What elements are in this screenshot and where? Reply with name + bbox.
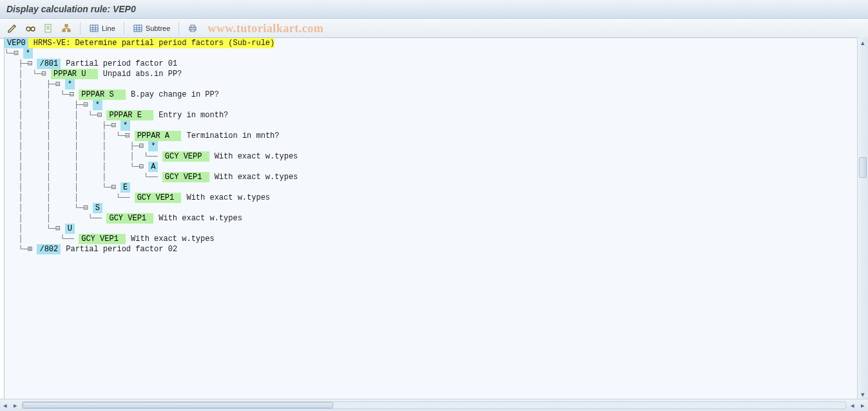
printer-icon xyxy=(188,23,198,33)
tree-row[interactable]: │ │ ├─⊟ * xyxy=(5,100,857,110)
svg-point-0 xyxy=(26,27,30,31)
scroll-left-step-icon[interactable]: ◂ xyxy=(847,401,858,410)
tree-node[interactable]: /802 xyxy=(37,244,61,254)
tree-node[interactable]: * xyxy=(65,79,75,90)
scrollbar-track[interactable] xyxy=(22,401,846,409)
tree-connector: │ │ └── xyxy=(5,213,106,224)
tree-row[interactable]: │ │ └─⊟ S xyxy=(5,203,857,213)
tree-row[interactable]: │ │ └─⊟ PPPAR S B.pay change in PP? xyxy=(5,90,857,100)
tree-node[interactable]: GCY VEP1 xyxy=(135,193,182,203)
tree-row[interactable]: │ │ │ ├─⊟ * xyxy=(5,120,857,131)
content-wrap: VEP0HRMS-VE: Determine partial period fa… xyxy=(0,37,868,399)
tree-connector: │ ├─⊟ xyxy=(5,79,65,90)
hierarchy-button[interactable] xyxy=(58,21,75,36)
subtree-button[interactable]: Subtree xyxy=(130,21,174,36)
tree-node[interactable]: GCY VEP1 xyxy=(106,213,153,224)
scroll-left-icon[interactable]: ◂ xyxy=(0,401,10,410)
tree-node[interactable]: GCY VEPP xyxy=(162,151,209,162)
tree-node[interactable]: * xyxy=(121,120,130,131)
scroll-right-icon[interactable]: ▸ xyxy=(858,401,868,410)
scroll-down-icon[interactable]: ▾ xyxy=(858,389,868,399)
tree-node[interactable]: * xyxy=(93,100,102,110)
scrollbar-track[interactable] xyxy=(858,48,868,389)
tree-row[interactable]: └─⊞ /802Partial period factor 02 xyxy=(5,244,857,254)
scroll-right-step-icon[interactable]: ▸ xyxy=(10,401,21,410)
svg-point-1 xyxy=(31,27,35,31)
vertical-scrollbar[interactable]: ▴ ▾ xyxy=(857,37,868,399)
tree-row[interactable]: │ └─⊟ U xyxy=(5,224,857,234)
tree-node[interactable]: GCY VEP1 xyxy=(162,172,209,182)
tree-row[interactable]: │ │ │ │ └── GCY VEP1 With exact w.types xyxy=(5,172,857,182)
svg-rect-4 xyxy=(63,30,65,32)
pencil-icon xyxy=(7,23,17,33)
tree-connector: │ └── xyxy=(5,234,79,244)
tree-connector: └─⊞ xyxy=(5,244,37,254)
tree-node[interactable]: * xyxy=(148,141,158,151)
scrollbar-thumb[interactable] xyxy=(23,402,333,408)
tree-connector: │ │ ├─⊟ xyxy=(5,100,93,110)
edit-button[interactable] xyxy=(4,21,21,36)
tree-connector: │ │ │ ├─⊟ xyxy=(5,120,121,131)
tree-viewport[interactable]: VEP0HRMS-VE: Determine partial period fa… xyxy=(4,37,858,399)
svg-rect-5 xyxy=(68,30,70,32)
page-title: Display calculation rule: VEP0 xyxy=(6,4,136,14)
tree-node[interactable]: A xyxy=(148,162,158,172)
glasses-button[interactable] xyxy=(22,21,39,36)
tree-row[interactable]: │ │ │ │ └─⊟ PPPAR A Termination in mnth? xyxy=(5,131,857,141)
tree-row[interactable]: │ └── GCY VEP1 With exact w.types xyxy=(5,234,857,244)
log-button[interactable] xyxy=(40,21,57,36)
tree-node[interactable]: PPPAR A xyxy=(135,131,182,141)
tree-node[interactable]: E xyxy=(121,182,130,193)
tree-node[interactable]: GCY VEP1 xyxy=(79,234,126,244)
tree-row[interactable]: │ │ │ │ └─⊟ A xyxy=(5,162,857,172)
tree-row[interactable]: │ └─⊟ PPPAR U Unpaid abs.in PP? xyxy=(5,69,857,79)
tree-node[interactable]: PPPAR S xyxy=(79,90,126,100)
svg-rect-2 xyxy=(45,24,51,32)
tree-connector: │ │ │ │ └── xyxy=(5,172,162,182)
tree-row[interactable]: │ │ │ │ │ └── GCY VEPP With exact w.type… xyxy=(5,151,857,162)
tree-node-description: With exact w.types xyxy=(181,193,270,203)
scrollbar-thumb[interactable] xyxy=(859,157,867,178)
tree-connector: │ │ │ │ │ └── xyxy=(5,151,162,162)
tree-connector: │ │ │ └─⊟ xyxy=(5,182,121,193)
tree-connector: │ │ │ └── xyxy=(5,193,135,203)
svg-rect-7 xyxy=(134,25,142,32)
tree-node[interactable]: PPPAR U xyxy=(51,69,98,79)
hierarchy-icon xyxy=(61,23,72,33)
horizontal-scrollbar[interactable]: ◂ ▸ ◂ ▸ xyxy=(0,399,868,411)
tree-row[interactable]: │ │ │ │ ├─⊟ * xyxy=(5,141,857,151)
tree-row[interactable]: │ ├─⊟ * xyxy=(5,79,857,90)
document-icon xyxy=(43,23,53,33)
print-button[interactable] xyxy=(184,21,201,36)
svg-rect-10 xyxy=(191,30,195,32)
tree-node-description: B.pay change in PP? xyxy=(126,90,219,100)
scroll-up-icon[interactable]: ▴ xyxy=(858,37,868,48)
tree-node[interactable]: /801 xyxy=(37,59,61,69)
tree-connector: │ └─⊟ xyxy=(5,69,51,79)
tree-row[interactable]: │ │ └── GCY VEP1 With exact w.types xyxy=(5,213,857,224)
tree-row[interactable]: ├─⊟ /801Partial period factor 01 xyxy=(5,59,857,69)
tree-row[interactable]: │ │ │ └── GCY VEP1 With exact w.types xyxy=(5,193,857,203)
tree-node-description: With exact w.types xyxy=(126,234,215,244)
tree-row[interactable]: │ │ │ └─⊟ E xyxy=(5,182,857,193)
tree-row[interactable]: │ │ │ └─⊟ PPPAR E Entry in month? xyxy=(5,110,857,120)
tree-connector: │ │ └─⊟ xyxy=(5,203,93,213)
tree-row[interactable]: VEP0HRMS-VE: Determine partial period fa… xyxy=(5,38,857,48)
tree-row[interactable]: └─⊟ * xyxy=(5,48,857,59)
svg-rect-6 xyxy=(90,25,98,32)
toolbar: Line Subtree www.tutorialkart.com xyxy=(0,19,868,39)
svg-rect-3 xyxy=(65,24,68,26)
line-button[interactable]: Line xyxy=(86,21,119,36)
tree-connector: │ │ │ │ └─⊟ xyxy=(5,162,148,172)
toolbar-separator xyxy=(124,22,124,35)
glasses-icon xyxy=(25,23,35,33)
tree-node[interactable]: VEP0 xyxy=(5,38,28,48)
tree-node-description: Partial period factor 02 xyxy=(61,244,177,254)
tree-node-description: With exact w.types xyxy=(153,213,242,224)
tree-node[interactable]: S xyxy=(93,203,102,213)
tree-connector: │ │ │ │ ├─⊟ xyxy=(5,141,148,151)
tree-node[interactable]: U xyxy=(65,224,75,234)
tree-node[interactable]: * xyxy=(23,48,33,59)
tree-node[interactable]: PPPAR E xyxy=(106,110,153,120)
tree-node-description: HRMS-VE: Determine partial period factor… xyxy=(28,38,275,48)
